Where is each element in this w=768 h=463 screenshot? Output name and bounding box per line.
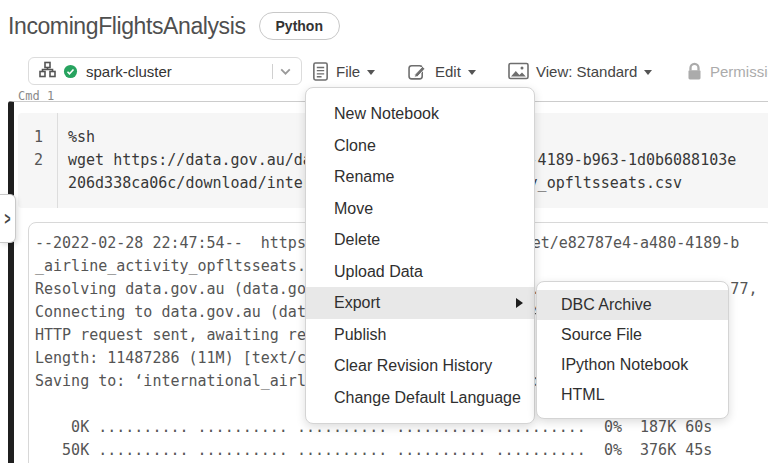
pencil-square-icon xyxy=(408,62,428,81)
menu-item-clone[interactable]: Clone xyxy=(306,130,534,162)
chevron-down-icon[interactable] xyxy=(278,64,293,79)
notebook-title: IncomingFlightsAnalysis xyxy=(8,13,246,40)
output-line: 50K .......... .......... .......... ...… xyxy=(35,439,768,462)
lock-icon xyxy=(686,62,703,81)
menu-item-change-default-language[interactable]: Change Default Language xyxy=(306,382,534,414)
check-circle-icon xyxy=(63,64,78,79)
menu-item-publish[interactable]: Publish xyxy=(306,319,534,351)
caret-down-icon xyxy=(644,70,652,75)
document-icon xyxy=(312,62,329,81)
sitemap-icon xyxy=(39,61,56,82)
line-number: 2 xyxy=(18,149,57,172)
cluster-name: spark-cluster xyxy=(86,63,172,80)
caret-down-icon xyxy=(468,70,476,75)
view-menu-label: View: Standard xyxy=(536,63,637,80)
edit-menu-label: Edit xyxy=(435,63,461,80)
permissions-button[interactable]: Permissions xyxy=(686,57,768,85)
menu-item-rename[interactable]: Rename xyxy=(306,161,534,193)
file-menu-dropdown: New Notebook Clone Rename Move Delete Up… xyxy=(305,87,535,424)
export-submenu: DBC Archive Source File IPython Notebook… xyxy=(536,281,729,419)
sidebar-expand-toggle[interactable]: > xyxy=(0,194,16,243)
cluster-selector[interactable]: spark-cluster xyxy=(28,57,302,85)
menu-item-new-notebook[interactable]: New Notebook xyxy=(306,98,534,130)
menu-item-source-file[interactable]: Source File xyxy=(537,320,728,350)
caret-down-icon xyxy=(367,70,375,75)
code-text[interactable]: %sh xyxy=(57,126,95,149)
image-icon xyxy=(508,62,529,80)
menu-item-html[interactable]: HTML xyxy=(537,380,728,410)
menu-item-dbc-archive[interactable]: DBC Archive xyxy=(537,290,728,320)
menu-item-export[interactable]: Export xyxy=(306,287,534,319)
menu-item-move[interactable]: Move xyxy=(306,193,534,225)
menu-item-upload-data[interactable]: Upload Data xyxy=(306,256,534,288)
file-menu-button[interactable]: File xyxy=(312,57,375,85)
menu-item-clear-revision-history[interactable]: Clear Revision History xyxy=(306,350,534,382)
notebook-toolbar: spark-cluster File Edit View: Standard P… xyxy=(28,57,768,87)
chevron-right-icon: > xyxy=(5,208,11,229)
line-number: 1 xyxy=(18,126,57,149)
permissions-label: Permissions xyxy=(710,63,768,80)
divider xyxy=(272,64,273,79)
menu-item-label: Export xyxy=(334,294,380,311)
menu-item-ipython-notebook[interactable]: IPython Notebook xyxy=(537,350,728,380)
line-number xyxy=(18,172,57,195)
menu-item-delete[interactable]: Delete xyxy=(306,224,534,256)
submenu-arrow-icon xyxy=(516,298,523,308)
edit-menu-button[interactable]: Edit xyxy=(408,57,476,85)
view-menu-button[interactable]: View: Standard xyxy=(508,57,652,85)
language-badge[interactable]: Python xyxy=(259,12,340,40)
notebook-header: IncomingFlightsAnalysis Python xyxy=(8,12,340,40)
file-menu-label: File xyxy=(336,63,360,80)
